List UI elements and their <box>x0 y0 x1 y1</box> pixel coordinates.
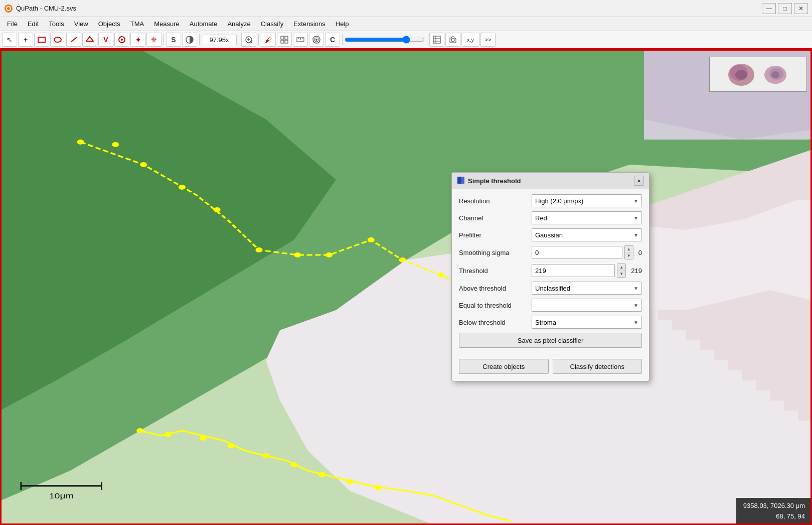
below-threshold-select[interactable]: Stroma ▼ <box>532 316 642 329</box>
smoothing-up-btn[interactable]: ▲ <box>625 246 633 252</box>
zoom-to-fit-btn[interactable] <box>241 33 256 47</box>
prefilter-select[interactable]: Gaussian ▼ <box>532 228 642 241</box>
brightness-btn[interactable] <box>182 33 197 47</box>
wand-tool[interactable]: ✦ <box>130 33 145 47</box>
snapshot-btn[interactable] <box>445 33 460 47</box>
svg-point-67 <box>771 71 779 78</box>
dialog-titlebar: Simple threshold × <box>452 173 649 189</box>
equal-threshold-arrow: ▼ <box>633 303 638 308</box>
svg-point-38 <box>214 207 221 212</box>
smoothing-value: 0 <box>535 249 539 256</box>
svg-rect-25 <box>433 36 440 43</box>
threshold-value: 219 <box>535 267 546 275</box>
smoothing-down-btn[interactable]: ▼ <box>625 252 633 259</box>
dialog-title: Simple threshold <box>457 176 521 186</box>
svg-point-4 <box>54 37 61 42</box>
menu-edit[interactable]: Edit <box>23 19 44 29</box>
measure-btn[interactable] <box>293 33 308 47</box>
xy-btn[interactable]: x,y <box>461 33 479 47</box>
channel-select[interactable]: Red ▼ <box>532 211 642 224</box>
prefilter-row: Prefilter Gaussian ▼ <box>459 228 642 241</box>
simple-threshold-dialog: Simple threshold × Resolution High (2.0 … <box>451 172 649 381</box>
svg-point-37 <box>179 185 186 190</box>
titlebar: QuPath - CMU-2.svs — □ ✕ <box>0 0 812 17</box>
window-controls: — □ ✕ <box>762 3 808 14</box>
menu-classify[interactable]: Classify <box>256 19 289 29</box>
resolution-arrow: ▼ <box>633 198 638 204</box>
create-objects-button[interactable]: Create objects <box>459 359 549 374</box>
menu-measure[interactable]: Measure <box>149 19 185 29</box>
canvas-area[interactable]: 10μm 9358.03, 7026.30 μm 68, 75, 94 <box>0 49 812 525</box>
menu-help[interactable]: Help <box>331 19 354 29</box>
svg-point-52 <box>228 443 235 448</box>
svg-point-34 <box>77 140 84 145</box>
menu-analyze[interactable]: Analyze <box>222 19 255 29</box>
save-classifier-button[interactable]: Save as pixel classifier <box>459 333 642 348</box>
threshold-up-btn[interactable]: ▲ <box>617 264 625 271</box>
pointer-tool[interactable]: ↖ <box>2 33 17 47</box>
svg-point-39 <box>255 247 262 252</box>
prefilter-label: Prefilter <box>459 231 532 239</box>
menu-tma[interactable]: TMA <box>125 19 149 29</box>
channel-arrow: ▼ <box>633 215 638 221</box>
image-canvas: 10μm <box>0 49 812 525</box>
count-btn[interactable]: C <box>325 33 340 47</box>
above-threshold-label: Above threshold <box>459 285 532 292</box>
svg-point-64 <box>735 70 747 80</box>
smoothing-input[interactable]: 0 <box>532 246 622 259</box>
svg-rect-3 <box>38 37 45 42</box>
svg-point-56 <box>347 479 354 484</box>
menu-automate[interactable]: Automate <box>185 19 223 29</box>
points-tool[interactable]: ❈ <box>146 33 161 47</box>
threshold-down-btn[interactable]: ▼ <box>617 271 625 277</box>
show-slide-btn[interactable]: S <box>166 33 181 47</box>
menu-extensions[interactable]: Extensions <box>288 19 331 29</box>
dialog-title-text: Simple threshold <box>468 177 521 185</box>
above-threshold-row: Above threshold Unclassified ▼ <box>459 282 642 295</box>
svg-point-40 <box>294 252 301 257</box>
above-threshold-arrow: ▼ <box>633 286 638 291</box>
close-button[interactable]: ✕ <box>794 3 808 14</box>
menu-file[interactable]: File <box>2 19 23 29</box>
thumbnail-panel[interactable] <box>709 57 807 92</box>
equal-threshold-label: Equal to threshold <box>459 302 532 309</box>
opacity-slider[interactable] <box>345 36 425 44</box>
expand-toolbar-btn[interactable]: >> <box>480 33 496 47</box>
menu-view[interactable]: View <box>69 19 93 29</box>
menu-objects[interactable]: Objects <box>93 19 125 29</box>
dialog-close-button[interactable]: × <box>634 176 644 186</box>
threshold-input[interactable]: 219 <box>532 264 615 277</box>
rect-tool[interactable] <box>34 33 49 47</box>
svg-point-43 <box>399 257 406 262</box>
above-threshold-select[interactable]: Unclassified ▼ <box>532 282 642 295</box>
move-tool[interactable]: + <box>18 33 33 47</box>
sep5 <box>342 34 343 45</box>
svg-rect-14 <box>281 36 284 39</box>
polygon-tool[interactable] <box>82 33 97 47</box>
resolution-select[interactable]: High (2.0 μm/px) ▼ <box>532 194 642 207</box>
maximize-button[interactable]: □ <box>778 3 792 14</box>
paint-brush-btn[interactable]: 🖌 <box>261 33 276 47</box>
above-threshold-value: Unclassified <box>535 285 570 292</box>
threshold-label: Threshold <box>459 267 532 275</box>
action-buttons: Create objects Classify detections <box>459 359 642 374</box>
menu-tools[interactable]: Tools <box>44 19 69 29</box>
ellipse-tool[interactable] <box>50 33 65 47</box>
below-threshold-label: Below threshold <box>459 319 532 326</box>
svg-point-42 <box>368 237 375 242</box>
polyline-tool[interactable]: V <box>98 33 113 47</box>
grid-btn[interactable] <box>277 33 292 47</box>
minimize-button[interactable]: — <box>762 3 776 14</box>
table-btn[interactable] <box>429 33 444 47</box>
svg-rect-17 <box>285 40 288 43</box>
coords-um: 9358.03, 7026.30 μm 68, 75, 94 <box>743 501 805 522</box>
pixel-btn[interactable] <box>309 33 324 47</box>
toolbar: ↖ + V ✦ ❈ S 97.95x 🖌 C x,y <box>0 31 812 49</box>
brush-tool[interactable] <box>114 33 129 47</box>
smoothing-spinners: ▲ ▼ <box>624 245 633 259</box>
line-tool[interactable] <box>66 33 81 47</box>
svg-point-55 <box>318 472 326 477</box>
classify-detections-button[interactable]: Classify detections <box>553 359 642 374</box>
channel-value: Red <box>535 214 547 222</box>
equal-threshold-select[interactable]: ▼ <box>532 299 642 312</box>
